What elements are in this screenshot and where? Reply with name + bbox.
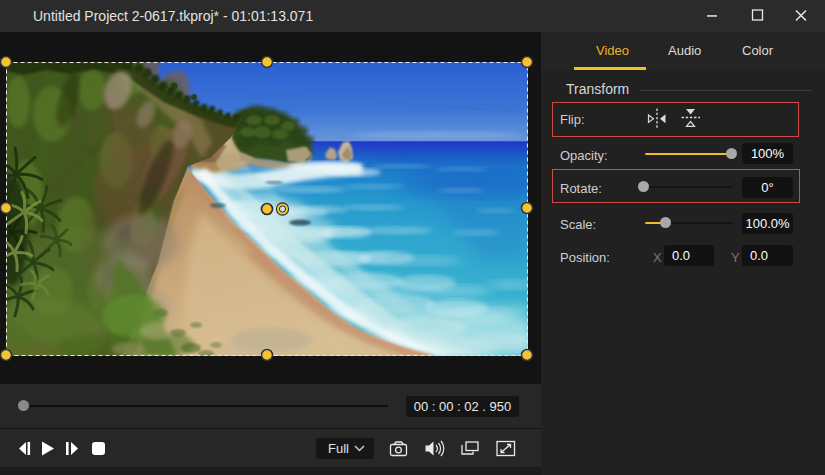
svg-text:Full: Full	[328, 441, 349, 456]
